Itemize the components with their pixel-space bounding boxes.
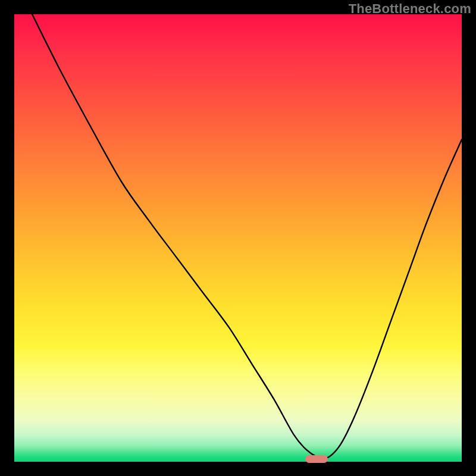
chart-frame: TheBottleneck.com bbox=[0, 0, 476, 476]
plot-area bbox=[14, 14, 462, 462]
optimal-marker bbox=[305, 455, 328, 463]
bottleneck-curve bbox=[14, 14, 462, 462]
